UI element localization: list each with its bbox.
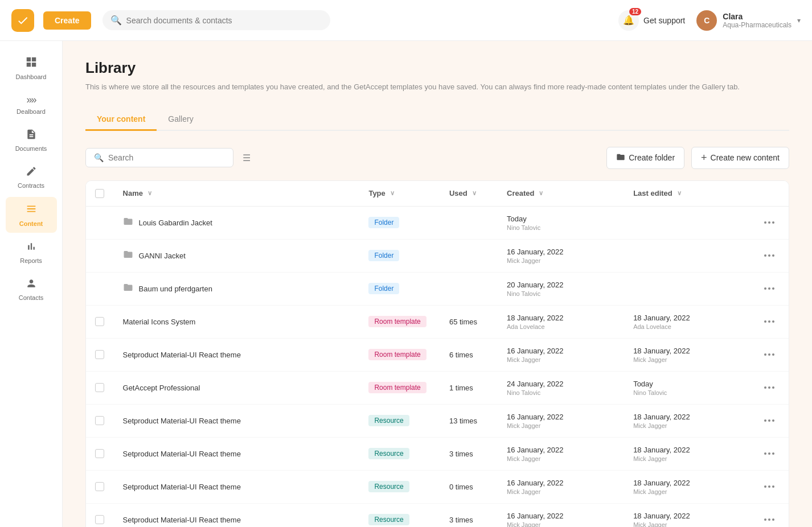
row-actions-menu[interactable] [760, 318, 780, 325]
row-checkbox[interactable] [95, 350, 104, 359]
row-created-cell: 16 January, 2022Mick Jagger [498, 470, 624, 503]
row-checkbox-cell [86, 470, 114, 503]
row-actions-menu[interactable] [760, 483, 780, 490]
table-row: Setproduct Material-UI React themeRoom t… [86, 338, 789, 371]
tab-your-content[interactable]: Your content [85, 109, 157, 131]
row-checkbox[interactable] [95, 449, 104, 458]
table-body: Louis Gabardin JacketFolderTodayNino Tal… [86, 206, 789, 527]
row-name[interactable]: Baum und pferdgarten [139, 285, 212, 293]
select-all-checkbox[interactable] [95, 189, 104, 198]
row-name[interactable]: GANNI Jacket [139, 252, 186, 260]
create-folder-button[interactable]: Create folder [606, 147, 684, 169]
row-checkbox-cell [86, 338, 114, 371]
header-created[interactable]: Created ∨ [498, 181, 624, 207]
row-type-cell: Room template [359, 371, 440, 404]
row-checkbox[interactable] [95, 416, 104, 425]
row-type-cell: Room template [359, 305, 440, 338]
row-name[interactable]: Setproduct Material-UI React theme [123, 483, 241, 491]
sidebar-item-contracts[interactable]: Contracts [6, 160, 57, 195]
row-checkbox-cell [86, 503, 114, 527]
search-icon: 🔍 [110, 15, 122, 26]
row-created-cell: TodayNino Talovic [498, 206, 624, 239]
tab-gallery[interactable]: Gallery [157, 109, 204, 131]
row-name[interactable]: Setproduct Material-UI React theme [123, 417, 241, 425]
sidebar-item-dealboard-label: Dealboard [17, 108, 46, 115]
row-checkbox-cell [86, 206, 114, 239]
table-row: Louis Gabardin JacketFolderTodayNino Tal… [86, 206, 789, 239]
created-date: 16 January, 2022 [507, 512, 615, 520]
row-actions-menu[interactable] [760, 450, 780, 457]
edited-by: Mick Jagger [633, 422, 741, 429]
content-search-input[interactable] [108, 153, 225, 162]
sidebar: Dashboard »» Dealboard Documents Contrac… [0, 41, 63, 527]
created-by: Mick Jagger [507, 488, 615, 495]
sidebar-item-dashboard[interactable]: Dashboard [6, 50, 57, 86]
row-name[interactable]: Setproduct Material-UI React theme [123, 516, 241, 524]
logo[interactable] [11, 9, 34, 32]
sidebar-item-contacts[interactable]: Contacts [6, 272, 57, 307]
content-search-field: 🔍 [85, 148, 233, 167]
type-badge: Room template [368, 382, 426, 393]
sidebar-item-documents-label: Documents [15, 145, 47, 152]
row-created-cell: 16 January, 2022Mick Jagger [498, 503, 624, 527]
table-row: Material Icons SystemRoom template65 tim… [86, 305, 789, 338]
header-type[interactable]: Type ∨ [359, 181, 440, 207]
sidebar-item-contacts-label: Contacts [19, 294, 43, 301]
header-actions [751, 181, 789, 207]
sidebar-item-dealboard[interactable]: »» Dealboard [6, 88, 57, 121]
row-checkbox[interactable] [95, 515, 104, 524]
row-actions-menu[interactable] [760, 516, 780, 523]
search-input[interactable] [126, 16, 322, 25]
row-created-cell: 24 January, 2022Nino Talovic [498, 371, 624, 404]
sidebar-item-content[interactable]: Content [6, 197, 57, 233]
created-by: Mick Jagger [507, 455, 615, 462]
row-checkbox[interactable] [95, 383, 104, 392]
type-badge: Folder [368, 217, 399, 228]
edited-date: 18 January, 2022 [633, 413, 741, 421]
row-type-cell: Folder [359, 272, 440, 305]
table-header-row: Name ∨ Type ∨ Used ∨ [86, 181, 789, 207]
row-checkbox-cell [86, 272, 114, 305]
row-created-cell: 18 January, 2022Ada Lovelace [498, 305, 624, 338]
support-label: Get support [643, 16, 685, 25]
create-button[interactable]: Create [43, 11, 91, 30]
row-name[interactable]: Setproduct Material-UI React theme [123, 450, 241, 458]
row-actions-menu[interactable] [760, 384, 780, 391]
sidebar-item-contracts-label: Contracts [18, 182, 44, 189]
row-actions-menu[interactable] [760, 417, 780, 424]
row-checkbox[interactable] [95, 482, 104, 491]
row-name[interactable]: Louis Gabardin Jacket [139, 219, 212, 227]
row-name[interactable]: Material Icons System [123, 318, 196, 326]
user-menu[interactable]: C Clara Aqua-Pharmaceuticals ▾ [696, 10, 801, 31]
header-name[interactable]: Name ∨ [114, 181, 360, 207]
type-badge: Room template [368, 316, 426, 327]
row-name[interactable]: Setproduct Material-UI React theme [123, 351, 241, 359]
created-date: Today [507, 215, 615, 223]
filter-icon[interactable]: ☰ [243, 153, 251, 163]
row-checkbox[interactable] [95, 317, 104, 326]
type-badge: Resource [368, 514, 409, 525]
header-used[interactable]: Used ∨ [440, 181, 498, 207]
row-used-cell: 1 times [440, 371, 498, 404]
sidebar-item-reports[interactable]: Reports [6, 235, 57, 270]
header-edited[interactable]: Last edited ∨ [624, 181, 751, 207]
row-used-cell: 0 times [440, 470, 498, 503]
type-badge: Room template [368, 349, 426, 360]
row-actions-menu[interactable] [760, 252, 780, 259]
support-button[interactable]: 🔔 12 Get support [618, 10, 685, 31]
row-used-cell [440, 206, 498, 239]
created-by: Mick Jagger [507, 422, 615, 429]
row-actions-menu[interactable] [760, 351, 780, 358]
row-name-cell: Setproduct Material-UI React theme [114, 437, 360, 470]
create-content-button[interactable]: + Create new content [691, 147, 789, 169]
row-name-cell: Setproduct Material-UI React theme [114, 404, 360, 437]
row-name-cell: Setproduct Material-UI React theme [114, 338, 360, 371]
row-used-cell: 13 times [440, 404, 498, 437]
row-actions-menu[interactable] [760, 219, 780, 226]
row-actions-cell [751, 239, 789, 272]
row-actions-menu[interactable] [760, 285, 780, 292]
row-name[interactable]: GetAccept Professional [123, 384, 200, 392]
row-type-cell: Folder [359, 206, 440, 239]
sidebar-item-documents[interactable]: Documents [6, 123, 57, 158]
tabs: Your content Gallery [85, 109, 789, 131]
